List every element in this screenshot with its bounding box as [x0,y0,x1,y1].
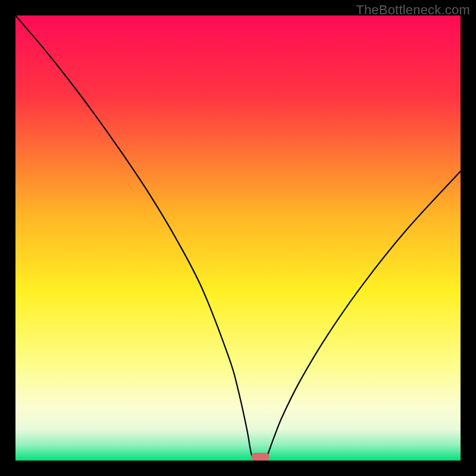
optimal-marker [251,453,269,461]
chart-svg [15,15,461,461]
chart-outer-frame: TheBottleneck.com [0,0,476,476]
watermark-text: TheBottleneck.com [356,2,470,18]
chart-plot-area [15,15,461,461]
chart-background [15,15,461,461]
